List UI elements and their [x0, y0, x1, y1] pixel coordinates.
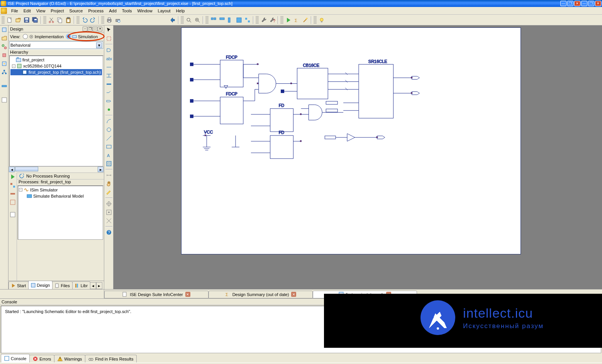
tool-a-button[interactable]: [209, 16, 218, 24]
wrench-button[interactable]: [259, 16, 268, 24]
scroll-right-icon[interactable]: ▸: [98, 167, 103, 172]
bulb-button[interactable]: [317, 16, 326, 24]
print-preview-button[interactable]: [114, 16, 122, 24]
scroll-thumb[interactable]: [15, 167, 38, 171]
wrench-q-button[interactable]: ?: [268, 16, 276, 24]
magic-button[interactable]: [301, 16, 310, 24]
tool-b-button[interactable]: [218, 16, 226, 24]
proc-root-row[interactable]: - ISim Simulator: [19, 187, 102, 193]
arc-tool[interactable]: [105, 117, 113, 125]
menu-edit[interactable]: Edit: [21, 8, 34, 14]
doc-restore-button[interactable]: ❐: [588, 1, 594, 6]
grip-icon[interactable]: [181, 16, 184, 24]
ctab-warnings[interactable]: !Warnings: [54, 355, 85, 362]
print-button[interactable]: [105, 16, 114, 24]
tool-c-button[interactable]: [226, 16, 235, 24]
menu-view[interactable]: View: [34, 8, 48, 14]
collapse-icon[interactable]: -: [12, 64, 15, 68]
save-button[interactable]: [22, 16, 31, 24]
grip-icon[interactable]: [43, 16, 46, 24]
open-button[interactable]: [14, 16, 22, 24]
folder-icon[interactable]: [1, 35, 8, 42]
redo-button[interactable]: [89, 16, 97, 24]
net-tool[interactable]: [105, 72, 113, 80]
bus-tool[interactable]: [105, 80, 113, 88]
zoom-button[interactable]: [185, 16, 193, 24]
copy-button[interactable]: [56, 16, 64, 24]
gate-tool[interactable]: [105, 46, 113, 54]
tree-hscroll[interactable]: ◂ ▸: [8, 166, 104, 173]
text-tool[interactable]: A: [105, 151, 113, 159]
hand-tool[interactable]: [105, 180, 113, 188]
tabs-scroll-right[interactable]: ▸: [96, 282, 102, 289]
panel-arrows-icon[interactable]: ↔: [83, 27, 87, 31]
line-tool[interactable]: [105, 134, 113, 142]
hier-icon[interactable]: [1, 69, 8, 76]
tab-infocenter[interactable]: ISE Design Suite InfoCenter ✕: [104, 291, 209, 298]
config-icon[interactable]: [1, 43, 8, 50]
cut-button[interactable]: [47, 16, 56, 24]
implementation-radio[interactable]: [23, 34, 28, 39]
go-button[interactable]: [168, 16, 177, 24]
close-button[interactable]: ✕: [574, 1, 580, 6]
simulation-radio[interactable]: [66, 34, 71, 39]
processes-tree[interactable]: - ISim Simulator Simulate Behavioral Mod…: [18, 186, 103, 240]
tap-tool[interactable]: [105, 89, 113, 97]
schematic-sheet[interactable]: FDCP FDCP CB16CE: [181, 27, 521, 254]
menu-layout[interactable]: Layout: [155, 8, 173, 14]
menu-tools[interactable]: Tools: [119, 8, 135, 14]
menu-file[interactable]: File: [8, 8, 21, 14]
menu-window[interactable]: Window: [134, 8, 155, 14]
wire-tool[interactable]: [105, 63, 113, 71]
ctab-find[interactable]: Find in Files Results: [85, 355, 137, 362]
tab-design[interactable]: Design: [28, 281, 53, 289]
doc-close-button[interactable]: ✕: [595, 1, 601, 6]
tree-project-row[interactable]: first_project: [10, 57, 102, 63]
obj-icon[interactable]: [1, 97, 8, 103]
panel-restore-icon[interactable]: ❐: [88, 27, 92, 31]
paste-button[interactable]: [64, 16, 73, 24]
grip-icon[interactable]: [2, 16, 5, 24]
tree-device-row[interactable]: - xc95288xl-10TQ144: [10, 63, 102, 69]
tab-summary[interactable]: Σ Design Summary (out of date) ✕: [209, 291, 313, 298]
tab-close-icon[interactable]: ✕: [185, 292, 190, 297]
snap-a-tool[interactable]: [105, 200, 113, 208]
pointer-tool[interactable]: [105, 26, 113, 34]
grip-icon[interactable]: [205, 16, 209, 24]
collapse-icon[interactable]: -: [19, 188, 22, 191]
panel-close-icon[interactable]: ✕: [98, 27, 102, 31]
hatch-tool[interactable]: [105, 160, 113, 168]
circle-tool[interactable]: [105, 126, 113, 134]
zoom-in-button[interactable]: [193, 16, 202, 24]
tab-files[interactable]: Files: [52, 281, 72, 289]
chip-icon[interactable]: [1, 52, 8, 59]
tab-close-icon[interactable]: ✕: [291, 292, 296, 297]
restore-button[interactable]: ❐: [567, 1, 573, 6]
undo-button[interactable]: [80, 16, 89, 24]
tabs-scroll-left[interactable]: ◂: [90, 282, 96, 289]
doc-minimize-button[interactable]: —: [581, 1, 587, 6]
panel-max-icon[interactable]: □: [93, 27, 97, 31]
module-icon[interactable]: [1, 26, 8, 33]
run-button[interactable]: [284, 16, 293, 24]
new-button[interactable]: [5, 16, 14, 24]
proc-child-row[interactable]: Simulate Behavioral Model: [19, 193, 102, 199]
grip-icon[interactable]: [101, 16, 104, 24]
proc-d-icon[interactable]: [9, 211, 16, 218]
hierarchy-tree[interactable]: first_project - xc95288xl-10TQ144 first_…: [9, 56, 103, 166]
tab-libraries[interactable]: Libr: [72, 281, 90, 289]
proc-a-icon[interactable]: [9, 182, 16, 189]
menu-add[interactable]: Add: [106, 8, 119, 14]
grip-icon[interactable]: [256, 16, 259, 24]
grip-icon[interactable]: [314, 16, 317, 24]
menu-project[interactable]: Project: [48, 8, 66, 14]
marker-tool[interactable]: [105, 188, 113, 196]
schematic-canvas[interactable]: FDCP FDCP CB16CE: [114, 25, 602, 289]
grip-icon[interactable]: [280, 16, 283, 24]
ctab-errors[interactable]: Errors: [29, 355, 54, 362]
proc-b-icon[interactable]: [9, 190, 16, 197]
junction-tool[interactable]: [105, 106, 113, 113]
sigma-button[interactable]: Σ: [293, 16, 301, 24]
tree-top-row[interactable]: first_project_top (first_project_top.sch…: [10, 69, 102, 75]
play-icon[interactable]: [9, 173, 16, 180]
